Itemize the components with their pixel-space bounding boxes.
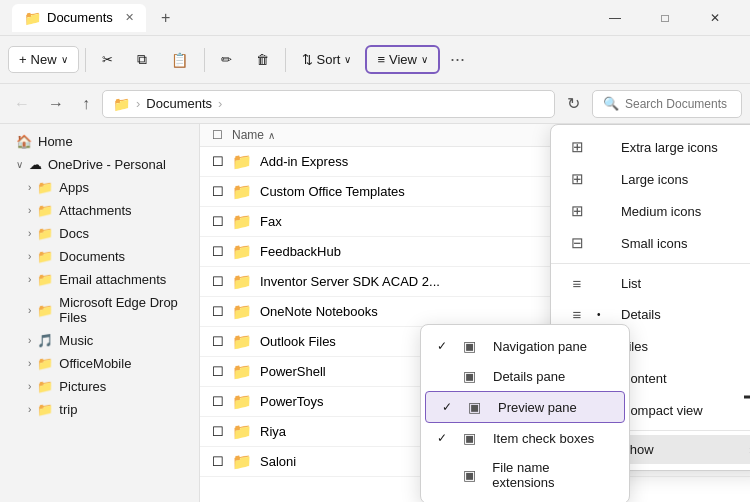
column-name[interactable]: Name ∧ (232, 128, 588, 142)
view-button[interactable]: ≡ View ∨ (365, 45, 440, 74)
content-icon: ⊡ (567, 369, 587, 387)
tab-title: Documents (47, 10, 113, 25)
file-name: PowerToys (260, 394, 588, 409)
menu-item-medium-icons[interactable]: ⊞ Medium icons (551, 195, 750, 227)
chevron-right-icon: › (28, 358, 31, 369)
sidebar-item-docs[interactable]: › 📁 Docs (4, 222, 195, 245)
refresh-button[interactable]: ↻ (561, 90, 586, 117)
menu-item-show[interactable]: Show › (551, 435, 750, 464)
menu-label-medium: Medium icons (621, 204, 701, 219)
close-button[interactable]: ✕ (692, 0, 738, 36)
menu-item-tiles[interactable]: ⊡ Tiles (551, 330, 750, 362)
chevron-right-icon: › (28, 404, 31, 415)
menu-item-compact[interactable]: ≣ Compact view (551, 394, 750, 426)
search-box[interactable]: 🔍 (592, 90, 742, 118)
home-icon: 🏠 (16, 134, 32, 149)
row-checkbox[interactable]: ☐ (212, 424, 232, 439)
file-name: OneNote Notebooks (260, 304, 588, 319)
up-button[interactable]: ↑ (76, 91, 96, 117)
sidebar-item-music[interactable]: › 🎵 Music (4, 329, 195, 352)
forward-button[interactable]: → (42, 91, 70, 117)
rename-button[interactable]: ✏ (211, 47, 242, 72)
tab-close-button[interactable]: ✕ (125, 11, 134, 24)
sidebar-item-documents[interactable]: › 📁 Documents (4, 245, 195, 268)
file-name: Inventor Server SDK ACAD 2... (260, 274, 588, 289)
minimize-button[interactable]: — (592, 0, 638, 36)
folder-icon: 📁 (232, 242, 252, 261)
sidebar-item-onedrive[interactable]: ∨ ☁ OneDrive - Personal (4, 153, 195, 176)
sidebar-label-onedrive: OneDrive - Personal (48, 157, 166, 172)
paste-icon: 📋 (171, 52, 188, 68)
row-checkbox[interactable]: ☐ (212, 214, 232, 229)
tiles-icon: ⊡ (567, 337, 587, 355)
cut-button[interactable]: ✂ (92, 47, 123, 72)
menu-item-large-icons[interactable]: ⊞ Large icons (551, 163, 750, 195)
large-icons-icon: ⊞ (567, 170, 587, 188)
back-button[interactable]: ← (8, 91, 36, 117)
maximize-button[interactable]: □ (642, 0, 688, 36)
menu-item-list[interactable]: ≡ List (551, 268, 750, 299)
sidebar-item-pictures[interactable]: › 📁 Pictures (4, 375, 195, 398)
extra-large-icons-icon: ⊞ (567, 138, 587, 156)
sidebar-item-edge[interactable]: › 📁 Microsoft Edge Drop Files (4, 291, 195, 329)
tab-documents[interactable]: 📁 Documents ✕ (12, 4, 146, 32)
titlebar: 📁 Documents ✕ + — □ ✕ (0, 0, 750, 36)
row-checkbox[interactable]: ☐ (212, 274, 232, 289)
sidebar-item-email[interactable]: › 📁 Email attachments (4, 268, 195, 291)
row-checkbox[interactable]: ☐ (212, 154, 232, 169)
menu-label-compact: Compact view (621, 403, 703, 418)
row-checkbox[interactable]: ☐ (212, 334, 232, 349)
row-checkbox[interactable]: ☐ (212, 364, 232, 379)
copy-icon: ⧉ (137, 51, 147, 68)
address-box[interactable]: 📁 › Documents › (102, 90, 555, 118)
folder-icon: 📁 (232, 302, 252, 321)
sidebar-item-officemobile[interactable]: › 📁 OfficeMobile (4, 352, 195, 375)
paste-button[interactable]: 📋 (161, 47, 198, 73)
chevron-right-icon: › (28, 335, 31, 346)
row-checkbox[interactable]: ☐ (212, 454, 232, 469)
copy-button[interactable]: ⧉ (127, 46, 157, 73)
row-checkbox[interactable]: ☐ (212, 184, 232, 199)
folder-icon-documents: 📁 (37, 249, 53, 264)
music-icon: 🎵 (37, 333, 53, 348)
sidebar-label-attachments: Attachments (59, 203, 131, 218)
folder-icon: 📁 (232, 332, 252, 351)
window-controls: — □ ✕ (592, 0, 738, 36)
header-checkbox[interactable]: ☐ (212, 128, 232, 142)
toolbar-separator-2 (204, 48, 205, 72)
folder-icon: 📁 (232, 212, 252, 231)
folder-icon-email: 📁 (37, 272, 53, 287)
delete-icon: 🗑 (256, 52, 269, 67)
row-checkbox[interactable]: ☐ (212, 304, 232, 319)
view-dropdown-menu[interactable]: ⊞ Extra large icons ⊞ Large icons ⊞ Medi… (550, 124, 750, 471)
sort-chevron-icon: ∨ (344, 54, 351, 65)
file-name: Riya (260, 424, 588, 439)
folder-icon-edge: 📁 (37, 303, 53, 318)
menu-item-small-icons[interactable]: ⊟ Small icons (551, 227, 750, 259)
chevron-right-icon: › (28, 381, 31, 392)
address-separator2: › (218, 96, 222, 111)
sidebar-item-apps[interactable]: › 📁 Apps (4, 176, 195, 199)
row-checkbox[interactable]: ☐ (212, 244, 232, 259)
new-button[interactable]: + New ∨ (8, 46, 79, 73)
row-checkbox[interactable]: ☐ (212, 394, 232, 409)
folder-icon: 📁 (232, 422, 252, 441)
sort-button[interactable]: ⇅ Sort ∨ (292, 47, 362, 72)
new-tab-button[interactable]: + (154, 6, 178, 30)
toolbar-separator-3 (285, 48, 286, 72)
menu-item-content[interactable]: ⊡ Content (551, 362, 750, 394)
menu-item-details[interactable]: ≡ • Details (551, 299, 750, 330)
folder-icon-attachments: 📁 (37, 203, 53, 218)
more-options-button[interactable]: ··· (444, 45, 471, 74)
menu-label-tiles: Tiles (621, 339, 648, 354)
file-name: PowerShell (260, 364, 588, 379)
sidebar-label-officemobile: OfficeMobile (59, 356, 131, 371)
folder-icon-office: 📁 (37, 356, 53, 371)
search-input[interactable] (625, 97, 731, 111)
menu-item-extra-large-icons[interactable]: ⊞ Extra large icons (551, 131, 750, 163)
delete-button[interactable]: 🗑 (246, 47, 279, 72)
sidebar-item-home[interactable]: 🏠 Home (4, 130, 195, 153)
sidebar-item-attachments[interactable]: › 📁 Attachments (4, 199, 195, 222)
toolbar-separator-1 (85, 48, 86, 72)
sidebar-item-trip[interactable]: › 📁 trip (4, 398, 195, 421)
